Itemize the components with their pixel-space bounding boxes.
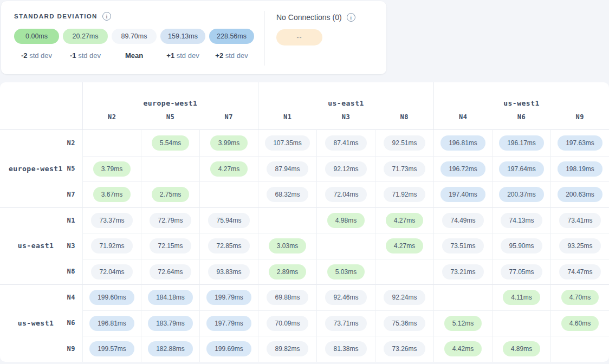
- latency-cell: 89.82ms: [258, 336, 316, 362]
- latency-pill[interactable]: 196.17ms: [499, 135, 544, 151]
- latency-pill[interactable]: 200.37ms: [499, 187, 544, 202]
- latency-pill[interactable]: 4.70ms: [561, 290, 599, 305]
- latency-pill[interactable]: 72.15ms: [150, 238, 191, 253]
- legend-pill: 159.13ms: [160, 29, 205, 44]
- latency-pill[interactable]: 197.64ms: [499, 161, 544, 177]
- latency-pill[interactable]: 182.88ms: [148, 341, 193, 356]
- latency-pill[interactable]: 92.46ms: [325, 290, 366, 305]
- latency-pill[interactable]: 4.42ms: [444, 341, 482, 356]
- latency-pill[interactable]: 74.13ms: [501, 213, 542, 228]
- latency-cell: 87.94ms: [258, 156, 316, 182]
- latency-pill[interactable]: 75.94ms: [208, 213, 249, 228]
- latency-pill[interactable]: 69.88ms: [267, 290, 308, 305]
- latency-pill[interactable]: 198.19ms: [558, 161, 602, 177]
- latency-cell: 73.37ms: [82, 207, 141, 233]
- latency-pill[interactable]: 200.63ms: [558, 187, 602, 202]
- latency-pill[interactable]: 199.57ms: [89, 341, 134, 356]
- latency-cell: 4.27ms: [375, 207, 433, 233]
- latency-pill[interactable]: 71.92ms: [384, 187, 425, 202]
- latency-cell: 3.79ms: [82, 156, 141, 182]
- latency-pill[interactable]: 196.81ms: [440, 135, 485, 151]
- legend-stop-label: -1 std dev: [70, 51, 101, 60]
- latency-cell: 4.42ms: [433, 336, 492, 362]
- latency-pill[interactable]: 3.99ms: [210, 135, 248, 151]
- latency-pill[interactable]: 92.12ms: [325, 161, 366, 177]
- latency-pill[interactable]: 92.24ms: [384, 290, 425, 305]
- latency-pill[interactable]: 4.27ms: [210, 161, 248, 177]
- latency-pill[interactable]: 71.73ms: [384, 161, 425, 177]
- latency-cell: 199.69ms: [199, 336, 258, 362]
- latency-pill[interactable]: 197.79ms: [206, 316, 251, 331]
- latency-pill[interactable]: 73.37ms: [91, 213, 132, 228]
- latency-pill[interactable]: 184.18ms: [148, 290, 193, 305]
- latency-pill[interactable]: 68.32ms: [267, 187, 308, 202]
- latency-cell: 81.38ms: [316, 336, 375, 362]
- latency-pill[interactable]: 73.51ms: [442, 238, 483, 253]
- latency-pill[interactable]: 95.90ms: [501, 238, 542, 253]
- latency-cell: 183.79ms: [141, 310, 199, 336]
- latency-pill[interactable]: 77.05ms: [501, 264, 542, 280]
- latency-pill[interactable]: 5.12ms: [444, 316, 482, 331]
- latency-pill[interactable]: 87.41ms: [325, 135, 366, 151]
- info-icon[interactable]: i: [102, 12, 111, 21]
- latency-pill[interactable]: 70.09ms: [267, 316, 308, 331]
- region-row-label: europe-west1: [0, 165, 72, 173]
- latency-pill[interactable]: 73.21ms: [442, 264, 483, 280]
- latency-pill[interactable]: 5.54ms: [152, 135, 189, 151]
- latency-pill[interactable]: 199.69ms: [206, 341, 251, 356]
- latency-cell: 73.71ms: [316, 310, 375, 336]
- latency-pill[interactable]: 3.79ms: [93, 161, 131, 177]
- info-icon[interactable]: i: [347, 13, 355, 22]
- latency-pill[interactable]: 2.75ms: [152, 187, 189, 202]
- legend-stop-label: +2 std dev: [215, 51, 248, 60]
- latency-cell: 71.73ms: [375, 156, 433, 182]
- latency-pill[interactable]: 183.79ms: [148, 316, 193, 331]
- latency-pill[interactable]: 3.67ms: [93, 187, 131, 202]
- latency-pill[interactable]: 199.60ms: [89, 290, 134, 305]
- latency-cell: 196.17ms: [492, 130, 550, 156]
- latency-cell: 72.04ms: [82, 259, 141, 285]
- latency-pill[interactable]: 74.49ms: [442, 213, 483, 228]
- latency-pill[interactable]: 72.04ms: [325, 187, 366, 202]
- latency-pill[interactable]: 4.89ms: [503, 341, 540, 356]
- latency-pill[interactable]: 4.27ms: [386, 238, 423, 253]
- latency-pill[interactable]: 107.35ms: [265, 135, 310, 151]
- latency-pill[interactable]: 196.72ms: [440, 161, 485, 177]
- latency-pill[interactable]: 89.82ms: [267, 341, 308, 356]
- latency-pill[interactable]: 93.83ms: [208, 264, 249, 280]
- latency-pill[interactable]: 72.85ms: [208, 238, 249, 253]
- latency-pill[interactable]: 74.47ms: [559, 264, 600, 280]
- latency-pill[interactable]: 3.03ms: [269, 238, 306, 253]
- latency-pill[interactable]: 4.11ms: [503, 290, 540, 305]
- latency-pill[interactable]: 92.51ms: [384, 135, 425, 151]
- latency-pill[interactable]: 4.60ms: [561, 316, 599, 331]
- latency-pill[interactable]: 4.27ms: [386, 213, 423, 228]
- latency-pill[interactable]: 197.40ms: [440, 187, 485, 202]
- latency-pill[interactable]: 73.71ms: [325, 316, 366, 331]
- latency-cell: 69.88ms: [258, 284, 316, 310]
- latency-pill[interactable]: 72.79ms: [150, 213, 191, 228]
- row-node-label: N2: [67, 139, 75, 147]
- latency-pill[interactable]: 5.03ms: [327, 264, 365, 280]
- latency-pill[interactable]: 4.98ms: [327, 213, 365, 228]
- latency-cell: 4.98ms: [316, 207, 375, 233]
- latency-pill[interactable]: 72.04ms: [91, 264, 132, 280]
- row-node-label: N4: [67, 294, 75, 301]
- latency-cell: 200.37ms: [492, 181, 550, 207]
- latency-pill[interactable]: 75.36ms: [384, 316, 425, 331]
- latency-pill[interactable]: 87.94ms: [267, 161, 308, 177]
- latency-pill[interactable]: 73.26ms: [384, 341, 425, 356]
- latency-pill[interactable]: 73.41ms: [559, 213, 600, 228]
- latency-pill[interactable]: 93.25ms: [559, 238, 600, 253]
- latency-pill[interactable]: 72.64ms: [150, 264, 191, 280]
- latency-cell: 93.25ms: [550, 233, 609, 259]
- latency-pill[interactable]: 81.38ms: [325, 341, 366, 356]
- latency-pill[interactable]: 71.92ms: [91, 238, 132, 253]
- row-label-cell: N2: [0, 130, 82, 156]
- latency-pill[interactable]: 2.89ms: [269, 264, 306, 280]
- region-row-label: us-east1: [0, 242, 72, 250]
- latency-cell: 196.81ms: [82, 310, 141, 336]
- latency-pill[interactable]: 197.63ms: [558, 135, 602, 151]
- latency-pill[interactable]: 199.79ms: [206, 290, 251, 305]
- latency-pill[interactable]: 196.81ms: [89, 316, 134, 331]
